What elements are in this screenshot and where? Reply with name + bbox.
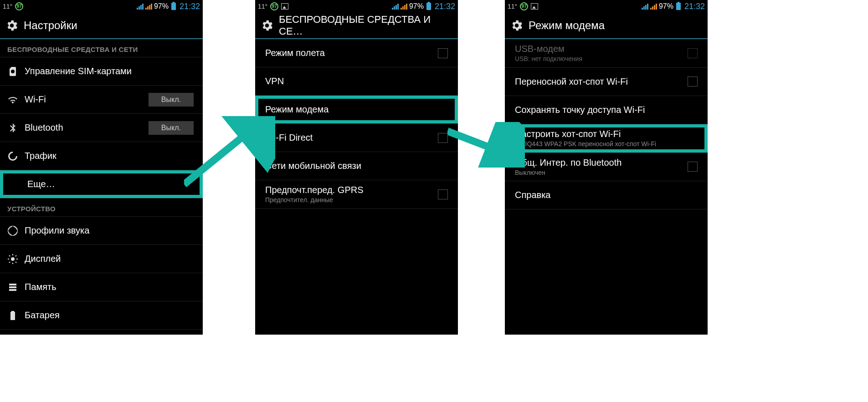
- status-badge-icon: 97: [15, 2, 23, 10]
- row-label: Сети мобильной связи: [265, 161, 447, 171]
- battery-icon: [171, 3, 176, 10]
- signal-1-icon: [642, 3, 648, 10]
- status-badge-icon: 97: [270, 2, 278, 10]
- row-airplane-mode[interactable]: Режим полета: [255, 39, 458, 67]
- row-label: USB-модем: [515, 44, 684, 54]
- row-data-usage[interactable]: Трафик: [0, 142, 203, 170]
- svg-line-8: [9, 262, 10, 263]
- row-display[interactable]: Дисплей: [0, 245, 203, 273]
- row-sublabel: Предпочтител. данные: [265, 196, 434, 204]
- status-temperature: 11°: [3, 3, 12, 10]
- status-clock: 21:32: [684, 2, 705, 11]
- row-vpn[interactable]: VPN: [255, 67, 458, 96]
- row-label: Режим полета: [265, 48, 434, 58]
- signal-2-icon: [145, 3, 152, 10]
- bt-share-checkbox[interactable]: [688, 162, 698, 172]
- bluetooth-icon: [7, 122, 25, 133]
- status-clock: 21:32: [180, 2, 200, 11]
- battery-percent: 97%: [409, 2, 424, 10]
- status-bar: 11° 97 97% 21:32: [0, 0, 203, 13]
- row-label: Справка: [515, 190, 697, 200]
- row-label: Предпочт.перед. GPRS: [265, 185, 434, 195]
- sim-icon: [7, 66, 25, 77]
- row-tethering[interactable]: Режим модема: [255, 96, 458, 124]
- row-sublabel: Fly IQ443 WPA2 PSK переносной хот-спот W…: [515, 140, 697, 148]
- status-bar: 11° 97 97% 21:32: [255, 0, 458, 13]
- status-bar: 11° 97 97% 21:32: [505, 0, 708, 13]
- screenshot-1-settings: 11° 97 97% 21:32 Настройки БЕСПРОВОДНЫЕ …: [0, 0, 203, 335]
- hotspot-checkbox[interactable]: [688, 76, 698, 87]
- wifi-toggle[interactable]: Выкл.: [149, 93, 194, 107]
- row-sound-profiles[interactable]: Профили звука: [0, 217, 203, 245]
- usb-checkbox: [688, 48, 698, 58]
- page-title: БЕСПРОВОДНЫЕ СРЕДСТВА И СЕ…: [279, 14, 453, 37]
- sound-icon: [7, 225, 25, 236]
- row-keep-hotspot[interactable]: Сохранять точку доступа Wi-Fi: [505, 96, 708, 124]
- row-label: Настроить хот-спот Wi-Fi: [515, 129, 697, 139]
- row-sim-management[interactable]: Управление SIM-картами: [0, 57, 203, 86]
- row-label: Сохранять точку доступа Wi-Fi: [515, 105, 697, 115]
- status-badge-icon: 97: [520, 2, 528, 10]
- gear-icon: [509, 18, 524, 33]
- row-label: Управление SIM-картами: [25, 66, 192, 76]
- app-bar: Режим модема: [505, 13, 708, 39]
- row-configure-hotspot[interactable]: Настроить хот-спот Wi-Fi Fly IQ443 WPA2 …: [505, 124, 708, 153]
- data-usage-icon: [7, 151, 25, 162]
- row-mobile-networks[interactable]: Сети мобильной связи: [255, 152, 458, 180]
- status-clock: 21:32: [435, 2, 455, 11]
- row-gprs-pref[interactable]: Предпочт.перед. GPRS Предпочтител. данны…: [255, 180, 458, 209]
- row-usb-tether: USB-модем USB: нет подключения: [505, 39, 708, 68]
- signal-2-icon: [650, 3, 657, 10]
- row-sublabel: USB: нет подключения: [515, 55, 684, 63]
- bluetooth-toggle[interactable]: Выкл.: [149, 121, 194, 135]
- storage-icon: [7, 282, 25, 293]
- gear-icon: [5, 18, 19, 33]
- app-bar: Настройки: [0, 13, 203, 39]
- battery-percent: 97%: [154, 2, 169, 10]
- row-label: Общ. Интер. по Bluetooth: [515, 158, 684, 168]
- wifi-icon: [7, 94, 25, 105]
- battery-icon: [426, 3, 431, 10]
- row-label: Bluetooth: [25, 122, 145, 133]
- signal-1-icon: [137, 3, 144, 10]
- gear-icon: [260, 18, 274, 33]
- row-storage[interactable]: Память: [0, 273, 203, 301]
- row-label: Трафик: [25, 151, 192, 161]
- svg-line-6: [9, 255, 10, 256]
- page-title: Режим модема: [529, 19, 605, 32]
- row-portable-hotspot[interactable]: Переносной хот-спот Wi-Fi: [505, 68, 708, 96]
- status-temperature: 11°: [508, 3, 517, 10]
- page-title: Настройки: [24, 19, 77, 32]
- screenshot-saved-icon: [531, 3, 538, 10]
- row-label: Батарея: [25, 310, 192, 321]
- row-label: Wi-Fi: [25, 94, 145, 105]
- row-label: VPN: [265, 76, 447, 87]
- screenshot-2-wireless: 11° 97 97% 21:32 БЕСПРОВОДНЫЕ СРЕДСТВА И…: [255, 0, 458, 335]
- row-bluetooth[interactable]: Bluetooth Выкл.: [0, 114, 203, 142]
- airplane-checkbox[interactable]: [438, 48, 448, 58]
- row-label: Переносной хот-спот Wi-Fi: [515, 76, 684, 87]
- row-label: Дисплей: [25, 254, 192, 264]
- row-bluetooth-share[interactable]: Общ. Интер. по Bluetooth Выключен: [505, 153, 708, 182]
- signal-1-icon: [392, 3, 399, 10]
- status-temperature: 11°: [258, 3, 267, 10]
- svg-line-7: [15, 262, 16, 263]
- row-label: Wi-Fi Direct: [265, 132, 434, 143]
- gprs-checkbox[interactable]: [438, 189, 448, 199]
- battery-percent: 97%: [659, 2, 673, 10]
- row-label: Режим модема: [265, 104, 447, 115]
- row-wifi[interactable]: Wi-Fi Выкл.: [0, 86, 203, 114]
- row-sublabel: Выключен: [515, 169, 684, 177]
- screenshot-saved-icon: [281, 3, 288, 10]
- row-label: Еще…: [27, 179, 192, 189]
- battery-icon: [676, 3, 681, 10]
- row-help[interactable]: Справка: [505, 181, 708, 209]
- wifi-direct-checkbox[interactable]: [438, 133, 448, 143]
- row-more[interactable]: Еще…: [0, 170, 203, 198]
- screenshot-3-tethering: 11° 97 97% 21:32 Режим модема USB-модем …: [505, 0, 708, 335]
- row-battery[interactable]: Батарея: [0, 301, 203, 330]
- app-bar: БЕСПРОВОДНЫЕ СРЕДСТВА И СЕ…: [255, 13, 458, 39]
- brightness-icon: [7, 254, 25, 265]
- row-wifi-direct[interactable]: Wi-Fi Direct: [255, 124, 458, 152]
- signal-2-icon: [401, 3, 407, 10]
